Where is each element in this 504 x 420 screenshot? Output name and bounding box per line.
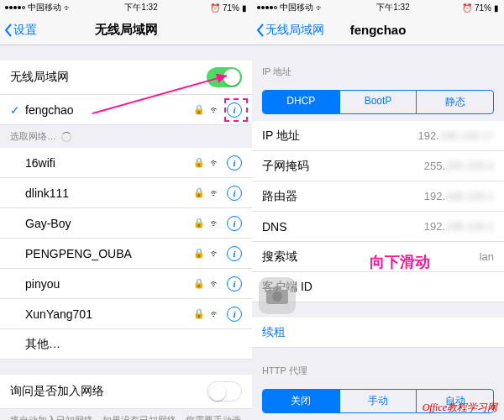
network-row[interactable]: XunYang701🔒ᯤi bbox=[0, 299, 252, 329]
signal-dots-icon bbox=[5, 6, 25, 9]
network-row[interactable]: pinyou🔒ᯤi bbox=[0, 269, 252, 299]
info-icon[interactable]: i bbox=[227, 186, 242, 201]
connected-network-row[interactable]: ✓ fengchao 🔒 ᯤ i bbox=[0, 95, 252, 125]
other-network-row[interactable]: 其他… bbox=[0, 329, 252, 360]
wifi-signal-icon: ᯤ bbox=[210, 278, 220, 290]
time-label: 下午1:32 bbox=[124, 2, 157, 13]
subnet-row: 子网掩码255.255.255.0 bbox=[252, 151, 504, 181]
alarm-icon: ⏰ bbox=[210, 3, 220, 13]
ask-join-row: 询问是否加入网络 bbox=[0, 375, 252, 409]
seg-proxy-off[interactable]: 关闭 bbox=[263, 390, 340, 412]
dns-row[interactable]: DNS192.168.100.1 bbox=[252, 212, 504, 242]
wifi-toggle-label: 无线局域网 bbox=[10, 70, 207, 85]
spinner-icon bbox=[61, 132, 71, 142]
status-bar: 中国移动 ᯤ 下午1:32 ⏰ 71% ▮ bbox=[0, 0, 252, 15]
scroll-annotation: 向下滑动 bbox=[370, 252, 430, 272]
row-value: lan bbox=[480, 250, 494, 263]
ip-section-header: IP 地址 bbox=[252, 60, 504, 83]
back-button[interactable]: 无线局域网 bbox=[252, 23, 324, 38]
network-ssid: pinyou bbox=[25, 277, 193, 291]
page-title: 无线局域网 bbox=[95, 22, 158, 38]
carrier-label: 中国移动 bbox=[280, 2, 313, 13]
seg-bootp[interactable]: BootP bbox=[340, 91, 417, 113]
network-ssid: Gay-Boy bbox=[25, 217, 193, 230]
nav-bar: 无线局域网 fengchao bbox=[252, 15, 504, 45]
wifi-status-icon: ᯤ bbox=[316, 3, 324, 13]
back-label: 设置 bbox=[13, 23, 37, 38]
http-proxy-header: HTTP 代理 bbox=[252, 360, 504, 382]
network-ssid: PENGPENG_OUBA bbox=[25, 247, 193, 260]
lock-icon: 🔒 bbox=[193, 248, 205, 259]
info-icon[interactable]: i bbox=[227, 276, 242, 291]
network-row[interactable]: 16wifi🔒ᯤi bbox=[0, 148, 252, 178]
alarm-icon: ⏰ bbox=[462, 3, 472, 13]
wifi-toggle-row: 无线局域网 bbox=[0, 60, 252, 95]
wifi-signal-icon: ᯤ bbox=[210, 218, 220, 229]
screen-wifi-list: 中国移动 ᯤ 下午1:32 ⏰ 71% ▮ 设置 无线局域网 无线局域网 ✓ f… bbox=[0, 0, 252, 420]
connected-ssid: fengchao bbox=[25, 103, 193, 117]
footer-hint: 将自动加入已知网络。如果没有已知网络，您需要手动选择。 bbox=[0, 409, 252, 420]
status-bar: 中国移动 ᯤ 下午1:32 ⏰ 71% ▮ bbox=[252, 0, 504, 15]
wifi-status-icon: ᯤ bbox=[64, 3, 72, 13]
info-icon[interactable]: i bbox=[227, 155, 242, 171]
back-label: 无线局域网 bbox=[265, 23, 324, 38]
ask-join-label: 询问是否加入网络 bbox=[10, 384, 207, 399]
page-title: fengchao bbox=[350, 23, 407, 37]
row-label: 路由器 bbox=[262, 189, 424, 204]
signal-dots-icon bbox=[257, 6, 277, 9]
info-icon[interactable]: i bbox=[227, 246, 242, 261]
wifi-signal-icon: ᯤ bbox=[210, 248, 220, 260]
seg-static[interactable]: 静态 bbox=[417, 91, 493, 113]
battery-label: 71% bbox=[475, 3, 491, 13]
info-icon[interactable]: i bbox=[227, 307, 242, 322]
lock-icon: 🔒 bbox=[193, 218, 205, 228]
nav-bar: 设置 无线局域网 bbox=[0, 15, 252, 45]
wifi-signal-icon: ᯤ bbox=[210, 187, 220, 199]
network-ssid: 16wifi bbox=[25, 156, 193, 170]
wifi-signal-icon: ᯤ bbox=[210, 308, 220, 320]
watermark: Office教程学习网 bbox=[423, 401, 497, 415]
lock-icon: 🔒 bbox=[193, 187, 205, 198]
network-row[interactable]: PENGPENG_OUBA🔒ᯤi bbox=[0, 239, 252, 269]
lock-icon: 🔒 bbox=[193, 278, 205, 289]
chevron-left-icon bbox=[3, 23, 13, 38]
camera-app-icon bbox=[259, 277, 296, 314]
row-label: IP 地址 bbox=[262, 129, 418, 144]
chevron-left-icon bbox=[255, 23, 265, 38]
other-label: 其他… bbox=[25, 337, 242, 352]
info-icon[interactable]: i bbox=[227, 216, 242, 231]
select-network-label: 选取网络… bbox=[10, 130, 56, 143]
seg-proxy-manual[interactable]: 手动 bbox=[340, 390, 417, 412]
wifi-toggle[interactable] bbox=[207, 67, 242, 87]
row-label: DNS bbox=[262, 220, 424, 234]
row-value: 192.168.100.1 bbox=[424, 190, 494, 202]
seg-dhcp[interactable]: DHCP bbox=[263, 91, 340, 113]
info-icon[interactable]: i bbox=[227, 102, 242, 118]
ask-join-toggle[interactable] bbox=[207, 381, 242, 402]
carrier-label: 中国移动 bbox=[28, 2, 61, 13]
select-network-header: 选取网络… bbox=[0, 125, 252, 148]
battery-icon: ▮ bbox=[242, 3, 247, 13]
back-button[interactable]: 设置 bbox=[0, 23, 37, 38]
wifi-signal-icon: ᯤ bbox=[210, 104, 220, 116]
time-label: 下午1:32 bbox=[376, 2, 409, 13]
screen-wifi-detail: 中国移动 ᯤ 下午1:32 ⏰ 71% ▮ 无线局域网 fengchao IP … bbox=[252, 0, 504, 420]
battery-icon: ▮ bbox=[494, 3, 499, 13]
ip-mode-segmented[interactable]: DHCP BootP 静态 bbox=[262, 90, 494, 114]
lock-icon: 🔒 bbox=[193, 157, 205, 168]
router-row: 路由器192.168.100.1 bbox=[252, 181, 504, 212]
svg-rect-2 bbox=[273, 286, 281, 291]
svg-point-3 bbox=[272, 291, 282, 302]
row-value: 192.168.100.17 bbox=[418, 129, 494, 142]
network-ssid: dlink111 bbox=[25, 186, 193, 200]
network-row[interactable]: Gay-Boy🔒ᯤi bbox=[0, 208, 252, 239]
wifi-signal-icon: ᯤ bbox=[210, 157, 220, 169]
network-ssid: XunYang701 bbox=[25, 307, 193, 321]
renew-lease-label: 续租 bbox=[262, 325, 494, 340]
battery-label: 71% bbox=[223, 3, 239, 13]
renew-lease-row[interactable]: 续租 bbox=[252, 318, 504, 348]
row-value: 255.255.255.0 bbox=[424, 160, 494, 172]
checkmark-icon: ✓ bbox=[10, 103, 25, 117]
network-row[interactable]: dlink111🔒ᯤi bbox=[0, 178, 252, 208]
row-label: 子网掩码 bbox=[262, 159, 424, 174]
